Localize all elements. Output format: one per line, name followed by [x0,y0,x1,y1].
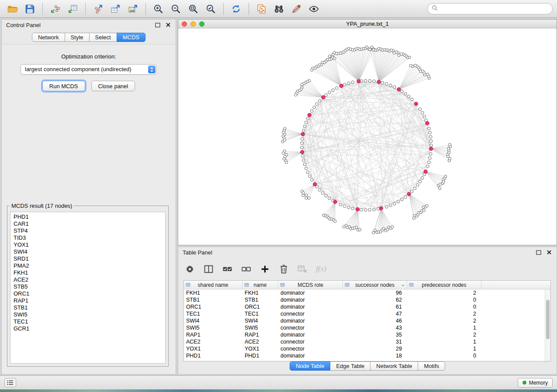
mcds-result-item[interactable]: ORC1 [14,290,162,297]
tab-select[interactable]: Select [89,33,117,42]
mcds-result-item[interactable]: GCR1 [14,325,162,332]
table-row[interactable]: FKH1FKH1dominator962 [184,289,550,296]
table-cell: 35 [343,331,407,338]
style-button[interactable] [288,1,304,16]
save-session-button[interactable] [22,1,38,16]
zoom-in-button[interactable] [150,1,166,16]
search-input[interactable] [441,5,548,13]
tab-mcds[interactable]: MCDS [117,33,145,42]
mcds-result-item[interactable]: TID3 [14,234,162,241]
mcds-result-item[interactable]: PHD1 [14,213,162,220]
network-canvas[interactable] [178,28,557,245]
mcds-result-item[interactable]: FKH1 [14,269,162,276]
table-panel-title: Table Panel [183,249,212,256]
table-cell: 2 [407,317,481,324]
table-cell: dominator [278,303,343,310]
table-cell: 0 [407,296,481,303]
table-cell: SWI4 [242,317,278,324]
table-header-row: shared namenameMCDS rolesuccessor nodes⌄… [184,281,550,289]
gear-icon[interactable] [183,263,196,275]
open-file-button[interactable] [4,1,21,16]
table-cell: dominator [278,296,343,303]
table-cell: ACE2 [242,338,278,345]
mcds-result-item[interactable]: SWI5 [14,311,162,318]
memory-button[interactable]: Memory [518,378,553,388]
show-details-button[interactable] [306,1,322,16]
criterion-select[interactable]: largest connected component (undirected) [21,64,157,75]
mcds-result-item[interactable]: STB1 [14,304,162,311]
node-table: shared namenameMCDS rolesuccessor nodes⌄… [183,280,551,361]
table-row[interactable]: ACE2ACE2connector311 [184,338,550,345]
table-scrollbar[interactable] [545,289,550,361]
import-network-button[interactable] [47,1,63,16]
search-box[interactable] [427,3,553,14]
column-header-successor-nodes[interactable]: successor nodes⌄ [343,281,407,289]
tab-motifs[interactable]: Motifs [418,361,445,371]
mcds-result-list[interactable]: PHD1CAR1STP4TID3YOX1SWI4SRD1PMA2FKH1ACE2… [10,212,166,364]
mcds-result-item[interactable]: CAR1 [14,220,162,227]
main-toolbar [0,0,557,18]
add-row-icon[interactable] [259,263,271,275]
optimization-criterion-label: Optimization criterion: [2,53,176,60]
delete-row-icon[interactable] [277,263,290,275]
mcds-result-item[interactable]: RAP1 [14,297,162,304]
table-row[interactable]: SWI5SWI5connector431 [184,324,550,331]
mcds-result-item[interactable]: PMA2 [14,262,162,269]
network-window-titlebar[interactable]: YPA_prune.txt_1 [178,20,557,28]
column-label: predecessor nodes [422,282,466,288]
tab-edge-table[interactable]: Edge Table [330,361,370,371]
table-cell: YOX1 [184,345,242,352]
float-table-panel-icon[interactable] [536,249,542,255]
refresh-button[interactable] [228,1,244,16]
find-button[interactable] [271,1,287,16]
table-row[interactable]: ORC1ORC1dominator610 [184,303,550,310]
mcds-result-item[interactable]: STB5 [14,283,162,290]
mcds-result-item[interactable]: STP4 [14,227,162,234]
table-row[interactable]: RAP1RAP1dominator352 [184,331,550,338]
export-image-button[interactable] [125,1,141,16]
zoom-out-button[interactable] [168,1,184,16]
status-menu-button[interactable] [4,378,16,387]
zoom-fit-button[interactable] [185,1,201,16]
float-panel-icon[interactable] [155,22,161,28]
mcds-result-item[interactable]: SRD1 [14,255,162,262]
column-header-shared-name[interactable]: shared name [184,281,242,289]
table-cell: dominator [278,317,343,324]
chevron-down-icon[interactable]: ⌄ [401,282,405,287]
close-table-panel-icon[interactable] [546,249,552,255]
table-scrollbar-thumb[interactable] [546,300,550,339]
select-all-icon[interactable] [221,263,233,275]
columns-icon[interactable] [202,263,214,275]
table-row[interactable]: PHD1PHD1dominator180 [184,352,550,359]
table-row[interactable]: YOX1YOX1connector291 [184,345,550,352]
column-header-predecessor-nodes[interactable]: predecessor nodes [407,281,481,289]
select-stepper-icon [148,65,156,73]
select-none-icon[interactable] [240,263,252,275]
mcds-result-item[interactable]: SWI4 [14,248,162,255]
mcds-result-item[interactable]: TEC1 [14,318,162,325]
table-cell: 46 [343,317,407,324]
tab-style[interactable]: Style [65,33,90,42]
run-mcds-button[interactable]: Run MCDS [42,81,85,91]
column-header-mcds-role[interactable]: MCDS role [278,281,343,289]
tab-node-table[interactable]: Node Table [290,361,331,371]
import-table-button[interactable] [65,1,81,16]
duplicate-network-button[interactable] [253,1,270,16]
mcds-result-item[interactable]: ACE2 [14,276,162,283]
export-table-button[interactable] [107,1,124,16]
close-panel-icon[interactable] [165,22,171,28]
close-panel-button[interactable]: Close panel [91,81,135,91]
column-label: MCDS role [298,282,323,288]
table-row[interactable]: SWI4SWI4dominator462 [184,317,550,324]
export-network-button[interactable] [90,1,106,16]
tab-network-table[interactable]: Network Table [370,361,418,371]
tab-network[interactable]: Network [32,33,65,42]
control-panel-header: Control Panel [2,20,176,30]
table-panel-tabs: Node TableEdge TableNetwork TableMotifs [178,361,557,371]
table-row[interactable]: TEC1TEC1connector472 [184,310,550,317]
column-header-name[interactable]: name [242,281,278,289]
table-cell: 61 [343,303,407,310]
zoom-selected-button[interactable] [203,1,219,16]
mcds-result-item[interactable]: YOX1 [14,241,162,248]
table-row[interactable]: STB1STB1dominator620 [184,296,550,303]
